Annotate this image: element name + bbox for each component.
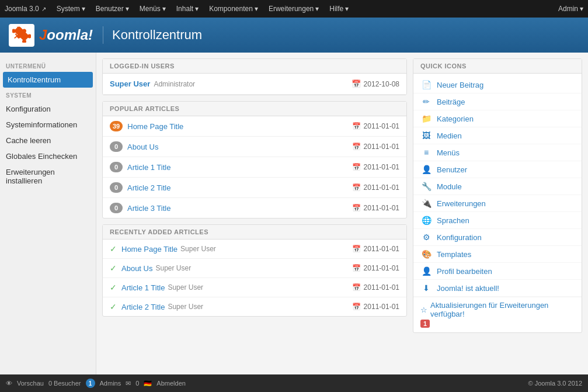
- quick-icon-item[interactable]: 📄 Neuer Beitrag: [413, 77, 582, 93]
- system-label: SYSTEM: [0, 88, 96, 101]
- article-title-link[interactable]: Article 3 Title: [127, 204, 171, 213]
- site-link[interactable]: Joomla 3.0 ↗: [5, 5, 46, 13]
- quick-icon-label: Benutzer: [437, 165, 467, 174]
- preview-link[interactable]: Vorschau: [17, 380, 44, 387]
- quick-icon-item[interactable]: 👤 Benutzer: [413, 161, 582, 178]
- article-date: 📅 2011-01-01: [352, 163, 399, 171]
- visitors-label: 0 Besucher: [48, 380, 81, 387]
- quick-icon-label: Joomla! ist aktuell!: [437, 284, 499, 293]
- quick-icon-label: Medien: [437, 131, 462, 140]
- popular-article-row: 0 Article 3 Title 📅 2011-01-01: [103, 198, 406, 218]
- center-panel: LOGGED-IN USERS Super User Administrator…: [102, 58, 407, 369]
- quick-icon-item[interactable]: 🎨 Templates: [413, 246, 582, 263]
- admins-link[interactable]: Admins: [100, 380, 121, 387]
- visitor-count-badge: 1: [86, 379, 95, 388]
- nav-benutzer[interactable]: Benutzer ▾: [91, 2, 134, 15]
- article-date: 📅 2011-01-01: [352, 204, 399, 212]
- quick-icon-item[interactable]: 🔧 Module: [413, 178, 582, 195]
- content-area: LOGGED-IN USERS Super User Administrator…: [96, 53, 588, 374]
- quick-icons-body: 📄 Neuer Beitrag ✏ Beiträge 📁 Kategorien …: [413, 74, 582, 332]
- recent-user: Super User: [155, 264, 191, 272]
- logged-in-header: LOGGED-IN USERS: [103, 59, 406, 74]
- footer: 👁 Vorschau 0 Besucher 1 Admins ✉ 0 🇩🇪 Ab…: [0, 374, 588, 392]
- popular-article-row: 39 Home Page Title 📅 2011-01-01: [103, 116, 406, 137]
- quick-icon-label: Erweiterungen: [437, 199, 486, 208]
- calendar-icon: 📅: [352, 183, 361, 192]
- user-name[interactable]: Super User: [110, 79, 150, 88]
- nav-hilfe[interactable]: Hilfe ▾: [325, 2, 353, 15]
- update-link[interactable]: ☆ Aktualisierungen für Erweiterungen ver…: [420, 301, 575, 318]
- right-panel: QUICK ICONS 📄 Neuer Beitrag ✏ Beiträge 📁…: [413, 58, 582, 369]
- quick-icon-item[interactable]: 📁 Kategorien: [413, 110, 582, 127]
- quick-icon-label: Profil bearbeiten: [437, 267, 492, 276]
- logo[interactable]: ✕ Joomla!: [9, 24, 94, 47]
- popular-article-row: 0 Article 2 Title 📅 2011-01-01: [103, 178, 406, 198]
- quick-icon-item[interactable]: ⚙ Konfiguration: [413, 229, 582, 246]
- calendar-icon: 📅: [352, 303, 361, 311]
- quick-icon: 🔌: [420, 199, 432, 208]
- quick-icon: 👤: [420, 165, 432, 174]
- quick-icon-item[interactable]: 👤 Profil bearbeiten: [413, 263, 582, 280]
- external-link-icon: ↗: [41, 6, 46, 12]
- nav-inhalt[interactable]: Inhalt ▾: [172, 2, 203, 15]
- sidebar-item-erweiterungen[interactable]: Erweiterungen installieren: [0, 164, 96, 189]
- quick-icon: 🖼: [420, 131, 432, 140]
- sidebar: UNTERMENÜ Kontrollzentrum SYSTEM Konfigu…: [0, 53, 96, 374]
- sidebar-item-globales[interactable]: Globales Einchecken: [0, 148, 96, 164]
- admin-label: Admin: [558, 5, 578, 13]
- article-date: 📅 2011-01-01: [352, 183, 399, 192]
- calendar-icon: 📅: [352, 264, 361, 272]
- recent-article-row: ✓ Home Page Title Super User 📅 2011-01-0…: [103, 240, 406, 259]
- recent-title-link[interactable]: Article 1 Title: [121, 283, 165, 292]
- chevron-down-icon: ▾: [345, 5, 349, 13]
- recent-user: Super User: [168, 283, 203, 292]
- quick-icon: 🌐: [420, 216, 432, 225]
- quick-icon-item[interactable]: ≡ Menüs: [413, 144, 582, 161]
- nav-system[interactable]: System ▾: [52, 2, 90, 15]
- preview-icon: 👁: [6, 380, 12, 387]
- article-title-link[interactable]: Article 1 Title: [127, 163, 171, 172]
- quick-icon-item[interactable]: ✏ Beiträge: [413, 93, 582, 110]
- calendar-icon: 📅: [352, 204, 361, 212]
- quick-icon-item[interactable]: 🔌 Erweiterungen: [413, 195, 582, 212]
- popular-articles-panel: POPULAR ARTICLES 39 Home Page Title 📅 20…: [102, 101, 407, 218]
- quick-icon-item[interactable]: 🖼 Medien: [413, 127, 582, 144]
- sidebar-item-cache[interactable]: Cache leeren: [0, 133, 96, 148]
- recent-title-link[interactable]: Home Page Title: [121, 245, 178, 254]
- article-title-link[interactable]: About Us: [127, 143, 158, 151]
- quick-icon-label: Templates: [437, 250, 471, 259]
- sidebar-item-systeminformationen[interactable]: Systeminformationen: [0, 117, 96, 133]
- chevron-down-icon: ▾: [195, 5, 199, 13]
- quick-icon-label: Menüs: [437, 148, 460, 157]
- logged-in-body: Super User Administrator 📅 2012-10-08: [103, 74, 406, 95]
- nav-komponenten[interactable]: Komponenten ▾: [204, 2, 263, 15]
- article-title-link[interactable]: Home Page Title: [127, 122, 183, 131]
- quick-icon-label: Neuer Beitrag: [437, 81, 483, 89]
- nav-erweiterungen[interactable]: Erweiterungen ▾: [264, 2, 323, 15]
- user-date: 📅 2012-10-08: [352, 79, 399, 88]
- chevron-down-icon: ▾: [82, 5, 85, 13]
- quick-icon: ⬇: [420, 283, 432, 293]
- sidebar-item-konfiguration[interactable]: Konfiguration: [0, 101, 96, 117]
- recent-title-link[interactable]: Article 2 Title: [121, 303, 165, 311]
- recent-article-row: ✓ Article 1 Title Super User 📅 2011-01-0…: [103, 278, 406, 297]
- calendar-icon: 📅: [352, 122, 361, 130]
- recent-title-link[interactable]: About Us: [121, 264, 152, 273]
- quick-icon-item[interactable]: ⬇ Joomla! ist aktuell!: [413, 280, 582, 297]
- quick-icon-item[interactable]: 🌐 Sprachen: [413, 212, 582, 229]
- logout-link[interactable]: Abmelden: [156, 380, 186, 387]
- article-title-link[interactable]: Article 2 Title: [127, 183, 171, 192]
- recent-user: Super User: [168, 303, 203, 311]
- svg-text:✕: ✕: [13, 32, 20, 41]
- update-notification[interactable]: ☆ Aktualisierungen für Erweiterungen ver…: [413, 297, 582, 329]
- recent-article-row: ✓ About Us Super User 📅 2011-01-01: [103, 259, 406, 278]
- nav-menus[interactable]: Menüs ▾: [135, 2, 171, 15]
- admin-menu[interactable]: Admin ▾: [558, 5, 583, 13]
- article-count-badge: 0: [110, 141, 123, 152]
- article-date: 📅 2011-01-01: [352, 143, 399, 151]
- quick-icons-header: QUICK ICONS: [413, 59, 582, 74]
- check-icon: ✓: [110, 244, 117, 254]
- sidebar-item-kontrollzentrum[interactable]: Kontrollzentrum: [3, 72, 93, 88]
- recent-date: 📅 2011-01-01: [352, 264, 399, 272]
- quick-icon: 🔧: [420, 182, 432, 191]
